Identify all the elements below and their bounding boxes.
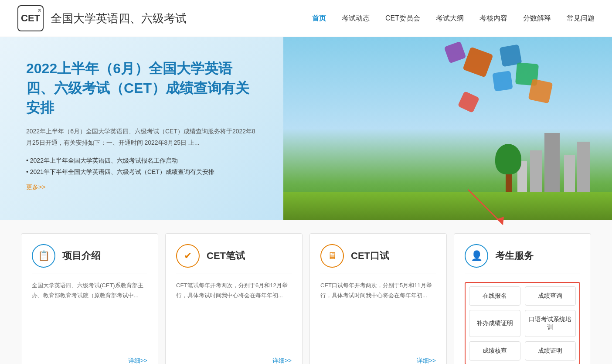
service-btn-register[interactable]: 在线报名 [469, 286, 520, 306]
card-koushi-link[interactable]: 详细>> [417, 357, 436, 364]
card-xiangmu-header: 📋 项目介绍 [32, 244, 147, 273]
cards-section: 📋 项目介绍 全国大学英语四、六级考试(CET)系教育部主办、教育部教育考试院（… [0, 220, 612, 364]
service-btn-score-cert[interactable]: 成绩证明 [525, 341, 576, 361]
logo-text: CET [21, 13, 40, 24]
card-xiangmu-footer: 详细>> [32, 357, 147, 364]
hero-desc: 2022年上半年（6月）全国大学英语四、六级考试（CET）成绩查询服务将于202… [26, 126, 257, 148]
card-koushi-header: 🖥 CET口试 [320, 244, 436, 273]
tree-top [495, 144, 521, 174]
card-koushi: 🖥 CET口试 CET口试每年开考两次，分别于5月和11月举行，具体考试时间我中… [309, 233, 447, 364]
card-bishi-footer: 详细>> [176, 357, 292, 364]
ground [283, 192, 612, 220]
card-bishi-icon: ✔ [176, 244, 200, 268]
nav-item-home[interactable]: 首页 [312, 14, 326, 23]
building-2 [564, 155, 575, 194]
nav-item-faq[interactable]: 常见问题 [567, 14, 595, 23]
nav-item-committee[interactable]: CET委员会 [385, 14, 420, 23]
cet-logo: CET ® [17, 5, 44, 31]
building-4 [530, 150, 542, 194]
card-bishi-header: ✔ CET笔试 [176, 244, 292, 273]
card-service-icon: 👤 [465, 244, 488, 268]
site-title: 全国大学英语四、六级考试 [51, 11, 187, 26]
hero-banner: 2022上半年（6月）全国大学英语四、六级考试（CET）成绩查询有关安排 202… [0, 37, 612, 220]
card-xiangmu-link[interactable]: 详细>> [128, 357, 147, 364]
tree-trunk [506, 172, 512, 194]
logo-badge: CET ® [17, 5, 44, 31]
card-xiangmu: 📋 项目介绍 全国大学英语四、六级考试(CET)系教育部主办、教育部教育考试院（… [21, 233, 158, 364]
building-3 [544, 133, 560, 194]
site-header: CET ® 全国大学英语四、六级考试 首页 考试动态 CET委员会 考试大纲 考… [0, 0, 612, 37]
card-koushi-footer: 详细>> [320, 357, 436, 364]
floating-cube-5 [528, 79, 553, 104]
hero-link-2[interactable]: 2021年下半年全国大学英语四、六级考试（CET）成绩查询有关安排 [26, 168, 257, 176]
service-buttons-grid: 在线报名 成绩查询 补办成绩证明 口语考试系统培训 成绩核查 成绩证明 [465, 282, 580, 364]
hero-more-link[interactable]: 更多>> [26, 184, 45, 191]
card-bishi-body: CET笔试每年开考两次，分别于6月和12月举行，具体考试时间我中心将会在每年年初… [176, 280, 292, 350]
service-btn-score-check[interactable]: 成绩核查 [469, 341, 520, 361]
card-xiangmu-body: 全国大学英语四、六级考试(CET)系教育部主办、教育部教育考试院（原教育部考试中… [32, 280, 147, 350]
service-btn-cert-reissue[interactable]: 补办成绩证明 [469, 310, 520, 337]
card-koushi-body: CET口试每年开考两次，分别于5月和11月举行，具体考试时间我中心将会在每年年初… [320, 280, 436, 350]
logo-sup: ® [38, 8, 41, 13]
hero-content: 2022上半年（6月）全国大学英语四、六级考试（CET）成绩查询有关安排 202… [0, 37, 283, 220]
hero-links: 2022年上半年全国大学英语四、六级考试报名工作启动 2021年下半年全国大学英… [26, 157, 257, 176]
card-bishi-link[interactable]: 详细>> [272, 357, 292, 364]
hero-title: 2022上半年（6月）全国大学英语四、六级考试（CET）成绩查询有关安排 [26, 59, 257, 117]
card-xiangmu-title: 项目介绍 [62, 249, 101, 262]
card-koushi-title: CET口试 [351, 249, 389, 262]
nav-item-news[interactable]: 考试动态 [342, 14, 370, 23]
building-1 [577, 142, 590, 194]
floating-cube-6 [492, 71, 513, 91]
card-koushi-icon: 🖥 [320, 244, 344, 268]
card-service-header: 👤 考生服务 [465, 244, 580, 273]
card-xiangmu-icon: 📋 [32, 244, 55, 268]
card-service-title: 考生服务 [495, 249, 534, 262]
nav-item-score[interactable]: 分数解释 [523, 14, 551, 23]
card-bishi: ✔ CET笔试 CET笔试每年开考两次，分别于6月和12月举行，具体考试时间我中… [165, 233, 303, 364]
nav-item-syllabus[interactable]: 考试大纲 [436, 14, 464, 23]
logo-area: CET ® 全国大学英语四、六级考试 [17, 5, 187, 31]
hero-illustration [283, 37, 612, 220]
nav-item-content[interactable]: 考核内容 [479, 14, 507, 23]
hero-link-1[interactable]: 2022年上半年全国大学英语四、六级考试报名工作启动 [26, 157, 257, 165]
card-bishi-title: CET笔试 [207, 249, 245, 262]
main-nav: 首页 考试动态 CET委员会 考试大纲 考核内容 分数解释 常见问题 [312, 14, 595, 23]
service-btn-score-query[interactable]: 成绩查询 [525, 286, 576, 306]
service-btn-oral-training[interactable]: 口语考试系统培训 [525, 310, 576, 337]
card-service: 👤 考生服务 在线报名 成绩查询 补办成绩证明 口语考试系统培训 成绩核查 成绩… [454, 233, 591, 364]
